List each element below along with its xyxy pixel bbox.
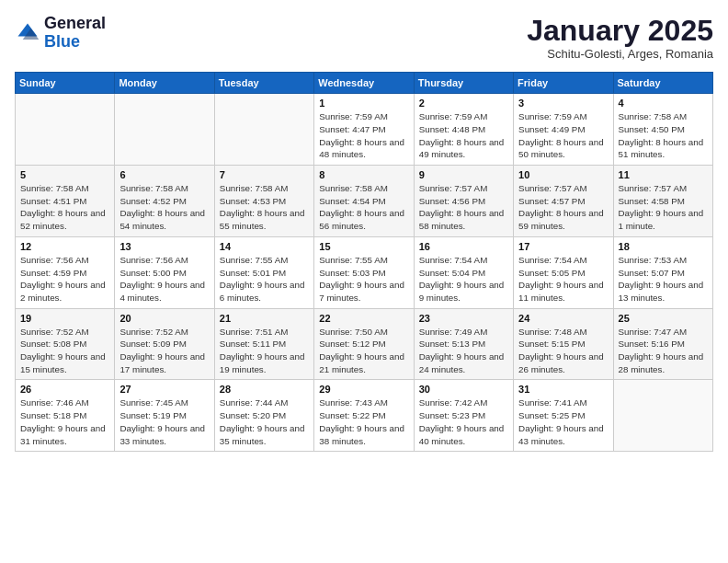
day-info: Sunrise: 7:56 AM Sunset: 4:59 PM Dayligh… xyxy=(20,254,109,304)
calendar-cell: 9Sunrise: 7:57 AM Sunset: 4:56 PM Daylig… xyxy=(414,166,513,237)
day-info: Sunrise: 7:41 AM Sunset: 5:25 PM Dayligh… xyxy=(518,396,608,447)
logo-general-text: General xyxy=(44,14,106,32)
day-number: 17 xyxy=(518,241,608,252)
calendar-week-row: 26Sunrise: 7:46 AM Sunset: 5:18 PM Dayli… xyxy=(16,380,713,452)
day-info: Sunrise: 7:59 AM Sunset: 4:47 PM Dayligh… xyxy=(319,110,408,161)
day-info: Sunrise: 7:52 AM Sunset: 5:09 PM Dayligh… xyxy=(119,326,209,376)
day-number: 21 xyxy=(220,313,309,324)
day-number: 10 xyxy=(518,169,608,180)
calendar-cell xyxy=(16,94,115,166)
day-info: Sunrise: 7:58 AM Sunset: 4:52 PM Dayligh… xyxy=(119,182,209,233)
day-info: Sunrise: 7:44 AM Sunset: 5:20 PM Dayligh… xyxy=(220,396,309,447)
calendar-cell: 30Sunrise: 7:42 AM Sunset: 5:23 PM Dayli… xyxy=(414,380,513,452)
day-info: Sunrise: 7:43 AM Sunset: 5:22 PM Dayligh… xyxy=(319,396,408,447)
day-info: Sunrise: 7:57 AM Sunset: 4:58 PM Dayligh… xyxy=(619,182,708,233)
day-header-monday: Monday xyxy=(115,73,214,94)
location-subtitle: Schitu-Golesti, Arges, Romania xyxy=(527,47,713,61)
day-info: Sunrise: 7:52 AM Sunset: 5:08 PM Dayligh… xyxy=(20,326,109,376)
day-number: 14 xyxy=(220,241,309,252)
calendar-cell: 21Sunrise: 7:51 AM Sunset: 5:11 PM Dayli… xyxy=(214,308,313,380)
calendar-cell: 17Sunrise: 7:54 AM Sunset: 5:05 PM Dayli… xyxy=(514,236,613,308)
calendar-cell: 15Sunrise: 7:55 AM Sunset: 5:03 PM Dayli… xyxy=(314,236,414,308)
calendar-cell: 28Sunrise: 7:44 AM Sunset: 5:20 PM Dayli… xyxy=(214,380,313,452)
day-number: 1 xyxy=(319,98,408,109)
day-number: 29 xyxy=(319,384,408,395)
day-header-thursday: Thursday xyxy=(414,73,513,94)
day-info: Sunrise: 7:58 AM Sunset: 4:50 PM Dayligh… xyxy=(619,110,708,161)
calendar-cell: 16Sunrise: 7:54 AM Sunset: 5:04 PM Dayli… xyxy=(414,236,513,308)
day-number: 23 xyxy=(419,313,508,324)
logo-blue-text: Blue xyxy=(44,32,80,51)
calendar-cell: 5Sunrise: 7:58 AM Sunset: 4:51 PM Daylig… xyxy=(16,166,115,237)
calendar-week-row: 1Sunrise: 7:59 AM Sunset: 4:47 PM Daylig… xyxy=(16,94,713,166)
day-info: Sunrise: 7:59 AM Sunset: 4:48 PM Dayligh… xyxy=(419,110,508,161)
calendar-cell: 8Sunrise: 7:58 AM Sunset: 4:54 PM Daylig… xyxy=(314,166,414,237)
day-info: Sunrise: 7:55 AM Sunset: 5:03 PM Dayligh… xyxy=(319,254,408,304)
day-info: Sunrise: 7:58 AM Sunset: 4:54 PM Dayligh… xyxy=(319,182,408,233)
day-info: Sunrise: 7:57 AM Sunset: 4:57 PM Dayligh… xyxy=(518,182,608,233)
day-info: Sunrise: 7:58 AM Sunset: 4:51 PM Dayligh… xyxy=(20,182,109,233)
day-info: Sunrise: 7:50 AM Sunset: 5:12 PM Dayligh… xyxy=(319,326,408,376)
day-header-sunday: Sunday xyxy=(16,73,115,94)
day-number: 28 xyxy=(220,384,309,395)
day-number: 26 xyxy=(20,384,109,395)
day-number: 8 xyxy=(319,169,408,180)
calendar-cell: 6Sunrise: 7:58 AM Sunset: 4:52 PM Daylig… xyxy=(115,166,214,237)
calendar-cell: 10Sunrise: 7:57 AM Sunset: 4:57 PM Dayli… xyxy=(514,166,613,237)
day-number: 27 xyxy=(119,384,209,395)
calendar-week-row: 5Sunrise: 7:58 AM Sunset: 4:51 PM Daylig… xyxy=(16,166,713,237)
day-info: Sunrise: 7:54 AM Sunset: 5:05 PM Dayligh… xyxy=(518,254,608,304)
day-number: 22 xyxy=(319,313,408,324)
day-number: 13 xyxy=(119,241,209,252)
day-info: Sunrise: 7:53 AM Sunset: 5:07 PM Dayligh… xyxy=(619,254,708,304)
calendar-cell: 4Sunrise: 7:58 AM Sunset: 4:50 PM Daylig… xyxy=(613,94,712,166)
title-block: January 2025 Schitu-Golesti, Arges, Roma… xyxy=(527,15,713,61)
day-number: 25 xyxy=(619,313,708,324)
day-info: Sunrise: 7:51 AM Sunset: 5:11 PM Dayligh… xyxy=(220,326,309,376)
calendar-cell: 25Sunrise: 7:47 AM Sunset: 5:16 PM Dayli… xyxy=(613,308,712,380)
logo-icon xyxy=(15,20,40,46)
calendar-cell: 7Sunrise: 7:58 AM Sunset: 4:53 PM Daylig… xyxy=(214,166,313,237)
calendar-cell: 24Sunrise: 7:48 AM Sunset: 5:15 PM Dayli… xyxy=(514,308,613,380)
calendar-cell: 13Sunrise: 7:56 AM Sunset: 5:00 PM Dayli… xyxy=(115,236,214,308)
day-number: 20 xyxy=(119,313,209,324)
day-info: Sunrise: 7:48 AM Sunset: 5:15 PM Dayligh… xyxy=(518,326,608,376)
month-title: January 2025 xyxy=(527,15,713,47)
day-info: Sunrise: 7:56 AM Sunset: 5:00 PM Dayligh… xyxy=(119,254,209,304)
calendar-cell: 26Sunrise: 7:46 AM Sunset: 5:18 PM Dayli… xyxy=(16,380,115,452)
logo: General Blue xyxy=(15,15,106,52)
day-header-saturday: Saturday xyxy=(613,73,712,94)
day-number: 7 xyxy=(220,169,309,180)
day-info: Sunrise: 7:57 AM Sunset: 4:56 PM Dayligh… xyxy=(419,182,508,233)
day-info: Sunrise: 7:49 AM Sunset: 5:13 PM Dayligh… xyxy=(419,326,508,376)
day-number: 5 xyxy=(20,169,109,180)
day-number: 12 xyxy=(20,241,109,252)
day-info: Sunrise: 7:42 AM Sunset: 5:23 PM Dayligh… xyxy=(419,396,508,447)
day-info: Sunrise: 7:58 AM Sunset: 4:53 PM Dayligh… xyxy=(220,182,309,233)
calendar-cell: 3Sunrise: 7:59 AM Sunset: 4:49 PM Daylig… xyxy=(514,94,613,166)
day-number: 9 xyxy=(419,169,508,180)
day-info: Sunrise: 7:54 AM Sunset: 5:04 PM Dayligh… xyxy=(419,254,508,304)
calendar-cell: 11Sunrise: 7:57 AM Sunset: 4:58 PM Dayli… xyxy=(613,166,712,237)
day-header-friday: Friday xyxy=(514,73,613,94)
calendar-cell: 12Sunrise: 7:56 AM Sunset: 4:59 PM Dayli… xyxy=(16,236,115,308)
day-info: Sunrise: 7:45 AM Sunset: 5:19 PM Dayligh… xyxy=(119,396,209,447)
day-number: 6 xyxy=(119,169,209,180)
day-number: 16 xyxy=(419,241,508,252)
day-number: 2 xyxy=(419,98,508,109)
day-number: 3 xyxy=(518,98,608,109)
calendar-cell: 14Sunrise: 7:55 AM Sunset: 5:01 PM Dayli… xyxy=(214,236,313,308)
calendar-cell xyxy=(214,94,313,166)
page-header: General Blue January 2025 Schitu-Golesti… xyxy=(15,15,713,61)
calendar-cell: 23Sunrise: 7:49 AM Sunset: 5:13 PM Dayli… xyxy=(414,308,513,380)
day-header-tuesday: Tuesday xyxy=(214,73,313,94)
calendar-week-row: 12Sunrise: 7:56 AM Sunset: 4:59 PM Dayli… xyxy=(16,236,713,308)
day-header-wednesday: Wednesday xyxy=(314,73,414,94)
day-number: 30 xyxy=(419,384,508,395)
day-info: Sunrise: 7:47 AM Sunset: 5:16 PM Dayligh… xyxy=(619,326,708,376)
day-number: 11 xyxy=(619,169,708,180)
calendar-cell: 22Sunrise: 7:50 AM Sunset: 5:12 PM Dayli… xyxy=(314,308,414,380)
calendar-table: SundayMondayTuesdayWednesdayThursdayFrid… xyxy=(15,72,713,452)
calendar-cell xyxy=(613,380,712,452)
day-info: Sunrise: 7:46 AM Sunset: 5:18 PM Dayligh… xyxy=(20,396,109,447)
